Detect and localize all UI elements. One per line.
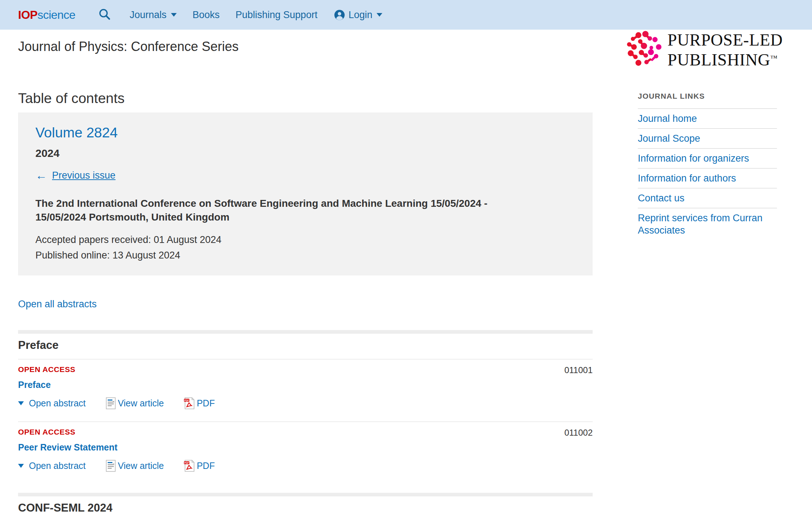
article-actions: Open abstract View article bbox=[18, 460, 593, 472]
view-article-link[interactable]: View article bbox=[106, 460, 164, 472]
sidebar-item-journal-home[interactable]: Journal home bbox=[638, 108, 777, 128]
sidebar-item-info-authors[interactable]: Information for authors bbox=[638, 168, 777, 188]
page-title: Journal of Physics: Conference Series bbox=[18, 39, 593, 54]
section-divider bbox=[18, 493, 593, 496]
science-logo-text: science bbox=[38, 8, 76, 21]
volume-link[interactable]: Volume 2824 bbox=[35, 125, 118, 141]
accepted-papers-date: Accepted papers received: 01 August 2024 bbox=[35, 234, 575, 245]
brand-line2: PUBLISHING bbox=[667, 50, 770, 69]
article-row: OPEN ACCESS 011001 Preface Open abstract bbox=[18, 359, 593, 422]
open-all-abstracts-link[interactable]: Open all abstracts bbox=[18, 299, 97, 310]
view-article-label: View article bbox=[118, 461, 164, 471]
open-abstract-link[interactable]: Open abstract bbox=[18, 398, 86, 409]
previous-issue-row: ← Previous issue bbox=[35, 169, 575, 182]
purpose-led-dots-icon bbox=[626, 30, 663, 69]
section-heading-confseml: CONF-SEML 2024 bbox=[18, 501, 593, 514]
nav-books-label: Books bbox=[193, 9, 220, 21]
article-actions: Open abstract View article bbox=[18, 397, 593, 409]
svg-text:PDF: PDF bbox=[184, 399, 189, 402]
document-icon bbox=[106, 397, 116, 409]
issue-summary-box: Volume 2824 2024 ← Previous issue The 2n… bbox=[18, 112, 593, 275]
issue-year: 2024 bbox=[35, 147, 575, 159]
previous-issue-link[interactable]: Previous issue bbox=[52, 170, 116, 181]
chevron-down-icon bbox=[171, 13, 177, 17]
section-divider bbox=[18, 330, 593, 334]
triangle-down-icon bbox=[18, 464, 24, 468]
journal-links-heading: JOURNAL LINKS bbox=[638, 92, 777, 101]
pdf-label: PDF bbox=[197, 461, 215, 471]
iop-logo-text: IOP bbox=[18, 8, 38, 21]
published-online-date: Published online: 13 August 2024 bbox=[35, 250, 575, 261]
nav-publishing-support[interactable]: Publishing Support bbox=[236, 9, 318, 21]
pdf-link[interactable]: PDF PDF bbox=[184, 460, 215, 472]
top-navigation-bar: IOPscience Journals Books Publishing Sup… bbox=[0, 0, 812, 30]
open-abstract-link[interactable]: Open abstract bbox=[18, 461, 86, 471]
view-article-label: View article bbox=[118, 398, 164, 409]
open-access-badge: OPEN ACCESS bbox=[18, 428, 593, 436]
view-article-link[interactable]: View article bbox=[106, 397, 164, 409]
document-icon bbox=[106, 460, 116, 472]
brand-line1: PURPOSE-LED bbox=[667, 30, 783, 49]
journal-links-sidebar: JOURNAL LINKS Journal home Journal Scope… bbox=[638, 92, 777, 240]
search-icon bbox=[98, 8, 111, 22]
sidebar-item-journal-scope[interactable]: Journal Scope bbox=[638, 128, 777, 148]
sidebar-item-reprint-services[interactable]: Reprint services from Curran Associates bbox=[638, 208, 777, 240]
nav-books[interactable]: Books bbox=[193, 9, 220, 21]
table-of-contents-heading: Table of contents bbox=[18, 90, 593, 106]
article-title-link[interactable]: Peer Review Statement bbox=[18, 442, 117, 453]
article-title-link[interactable]: Preface bbox=[18, 380, 51, 390]
purpose-led-publishing-logo: PURPOSE-LED PUBLISHING™ bbox=[626, 30, 783, 69]
iopscience-logo[interactable]: IOPscience bbox=[18, 8, 76, 22]
login-label: Login bbox=[348, 9, 372, 21]
open-access-badge: OPEN ACCESS bbox=[18, 365, 593, 374]
main-content: Journal of Physics: Conference Series Ta… bbox=[18, 30, 593, 514]
pdf-label: PDF bbox=[197, 398, 215, 409]
sidebar-item-contact-us[interactable]: Contact us bbox=[638, 188, 777, 208]
pdf-icon: PDF bbox=[184, 397, 194, 409]
nav-journals-label: Journals bbox=[130, 9, 167, 21]
article-number: 011002 bbox=[564, 428, 593, 438]
nav-journals[interactable]: Journals bbox=[130, 9, 177, 21]
open-abstract-label: Open abstract bbox=[29, 461, 86, 471]
chevron-down-icon bbox=[377, 13, 382, 17]
pdf-link[interactable]: PDF PDF bbox=[184, 397, 215, 409]
triangle-down-icon bbox=[18, 401, 24, 405]
article-row: OPEN ACCESS 011002 Peer Review Statement… bbox=[18, 422, 593, 484]
purpose-led-publishing-wordmark: PURPOSE-LED PUBLISHING™ bbox=[667, 31, 783, 69]
pdf-icon: PDF bbox=[184, 460, 194, 472]
article-list: OPEN ACCESS 011001 Preface Open abstract bbox=[18, 359, 593, 484]
left-arrow-icon: ← bbox=[35, 169, 47, 182]
nav-publishing-support-label: Publishing Support bbox=[236, 9, 318, 21]
search-button[interactable] bbox=[98, 8, 111, 22]
user-account-icon bbox=[334, 9, 345, 21]
trademark-symbol: ™ bbox=[770, 54, 777, 62]
login-button[interactable]: Login bbox=[334, 9, 382, 21]
journal-links-list: Journal home Journal Scope Information f… bbox=[638, 108, 777, 240]
article-number: 011001 bbox=[564, 365, 593, 375]
section-heading-preface: Preface bbox=[18, 339, 593, 352]
sidebar-item-info-organizers[interactable]: Information for organizers bbox=[638, 148, 777, 168]
conference-title: The 2nd International Conference on Soft… bbox=[35, 197, 541, 224]
svg-text:PDF: PDF bbox=[184, 462, 189, 464]
open-abstract-label: Open abstract bbox=[29, 398, 86, 409]
